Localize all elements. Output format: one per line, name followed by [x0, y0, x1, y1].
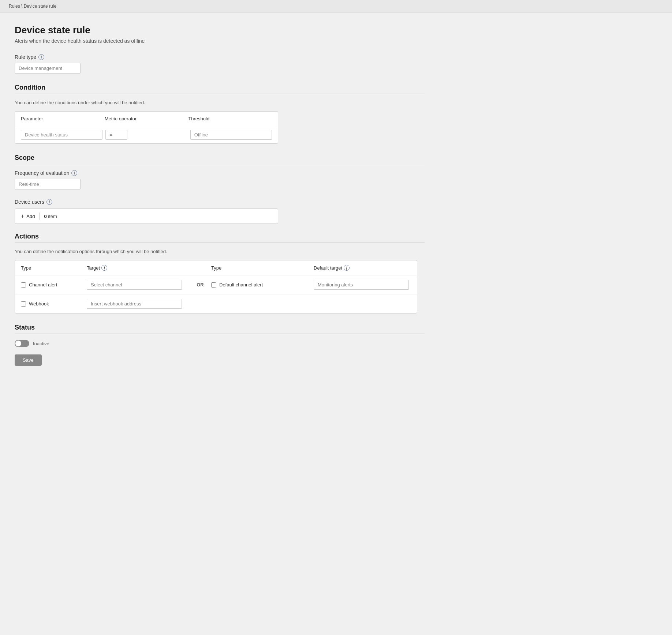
webhook-row: Webhook: [15, 294, 417, 313]
status-toggle-row: Inactive: [15, 340, 425, 347]
item-count-value: 0: [44, 214, 46, 219]
condition-heading: Condition: [15, 84, 425, 91]
default-target-info-icon: i: [344, 265, 350, 271]
actions-divider: [15, 243, 425, 243]
col-threshold: Threshold: [188, 116, 272, 121]
actions-col-target: Target i: [87, 265, 189, 271]
status-heading: Status: [15, 324, 425, 331]
parameter-input[interactable]: [21, 130, 102, 140]
rule-type-info-icon: i: [38, 54, 44, 60]
breadcrumb-separator: \: [21, 4, 24, 9]
actions-col-type: Type: [21, 265, 87, 271]
actions-description: You can define the notification options …: [15, 249, 425, 254]
scope-heading: Scope: [15, 154, 425, 162]
channel-alert-checkbox-label[interactable]: Channel alert: [21, 282, 87, 288]
condition-divider: [15, 94, 425, 94]
breadcrumb: Rules \ Device state rule: [0, 0, 672, 13]
channel-alert-label: Channel alert: [29, 282, 57, 288]
frequency-input[interactable]: [15, 179, 81, 189]
status-divider: [15, 334, 425, 334]
webhook-checkbox[interactable]: [21, 301, 26, 307]
plus-icon: +: [21, 213, 24, 219]
rule-type-label: Rule type: [15, 54, 36, 60]
breadcrumb-current: Device state rule: [24, 4, 56, 9]
scope-divider: [15, 164, 425, 164]
device-users-info-icon: i: [46, 199, 52, 205]
operator-input[interactable]: [105, 130, 127, 140]
status-toggle-label: Inactive: [33, 341, 49, 346]
frequency-label: Frequency of evaluation: [15, 170, 69, 176]
status-toggle[interactable]: [15, 340, 29, 347]
col-parameter: Parameter: [21, 116, 105, 121]
actions-col-default-target: Default target i: [314, 265, 416, 271]
actions-table: Type Target i Type Default target i Chan…: [15, 260, 417, 313]
monitoring-alerts-input[interactable]: [314, 280, 409, 290]
vertical-divider: [39, 213, 40, 220]
condition-table: Parameter Metric operator Threshold: [15, 111, 278, 144]
target-info-icon: i: [101, 265, 107, 271]
device-users-label: Device users: [15, 199, 44, 205]
page-subtitle: Alerts when the device health status is …: [15, 38, 425, 44]
col-metric-operator: Metric operator: [105, 116, 188, 121]
webhook-address-input[interactable]: [87, 299, 182, 309]
default-channel-alert-checkbox[interactable]: [211, 282, 216, 288]
actions-heading: Actions: [15, 233, 425, 240]
save-button[interactable]: Save: [15, 354, 42, 366]
threshold-input[interactable]: [190, 130, 272, 140]
item-count-label: 0 item: [44, 214, 57, 219]
toggle-slider: [15, 340, 29, 347]
channel-alert-checkbox[interactable]: [21, 282, 26, 288]
or-label: OR: [189, 282, 211, 288]
actions-table-header: Type Target i Type Default target i: [15, 260, 417, 275]
webhook-label: Webhook: [29, 301, 49, 307]
item-text: item: [48, 214, 57, 219]
condition-table-header: Parameter Metric operator Threshold: [15, 112, 278, 126]
webhook-checkbox-label[interactable]: Webhook: [21, 301, 87, 307]
add-device-user-button[interactable]: + Add: [21, 213, 35, 219]
frequency-info-icon: i: [71, 170, 77, 176]
condition-table-row: [15, 126, 278, 143]
channel-alert-row: Channel alert OR Default channel alert: [15, 275, 417, 294]
default-channel-alert-checkbox-label[interactable]: Default channel alert: [211, 282, 314, 288]
breadcrumb-parent[interactable]: Rules: [9, 4, 20, 9]
default-channel-alert-label: Default channel alert: [219, 282, 263, 288]
actions-col-type2: Type: [211, 265, 314, 271]
condition-description: You can define the conditions under whic…: [15, 100, 425, 105]
device-users-box: + Add 0 item: [15, 208, 278, 224]
rule-type-input[interactable]: [15, 63, 81, 74]
scope-section: Frequency of evaluation i Device users i…: [15, 170, 425, 224]
select-channel-input[interactable]: [87, 280, 182, 290]
add-label: Add: [26, 214, 35, 219]
page-title: Device state rule: [15, 25, 425, 36]
